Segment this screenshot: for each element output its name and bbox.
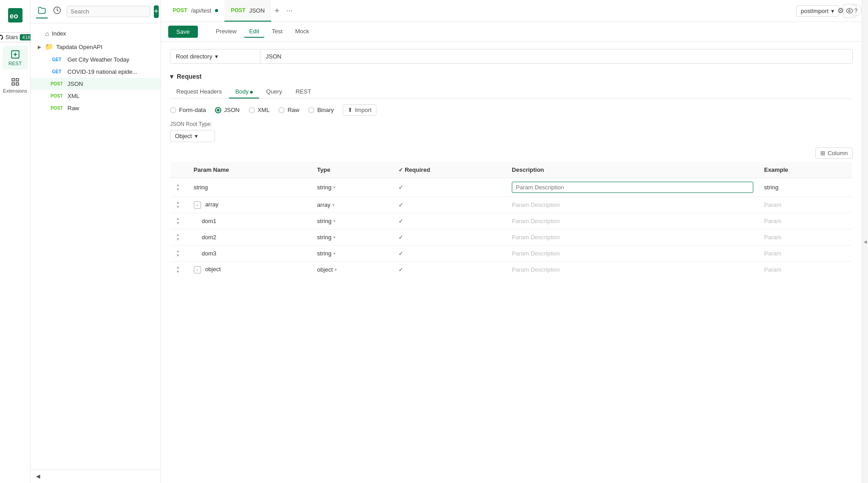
sort-arrows-3[interactable]: ▲ ▼ [176,217,183,225]
object-type-value: Object [175,133,192,139]
svg-text:eo: eo [9,12,18,20]
badge-xml: POST [49,93,65,99]
nav-item-extensions[interactable]: Extensions [3,73,28,97]
tree-item-covid[interactable]: GET COVID-19 national epide... [31,66,161,78]
radio-xml[interactable]: XML [249,107,270,113]
section-header-request[interactable]: ▾ Request [170,73,853,80]
collapse-sidebar-area: ◀ [31,469,161,483]
import-button[interactable]: ⬆ Import [343,104,376,116]
required-cell-4: ✓ [393,229,506,246]
tab-post-api-test[interactable]: POST /api/test [166,0,224,22]
save-button[interactable]: Save [168,26,198,38]
file-panel: + ⌂ Index ▶ 📁 Tapdata OpenAPI GET Get Ci… [31,0,161,483]
file-panel-toolbar: + [31,0,161,23]
sort-cell-2: ▲ ▼ [170,197,188,213]
expand-icon-2[interactable]: − [194,201,201,209]
subnav-test[interactable]: Test [266,26,288,38]
sort-arrows-2[interactable]: ▲ ▼ [176,201,183,209]
history-icon [53,6,61,14]
subnav-mock[interactable]: Mock [290,26,314,38]
tree-item-json[interactable]: POST JSON [31,78,161,90]
required-check-1: ✓ [398,184,403,191]
add-api-button[interactable]: + [154,5,159,18]
expand-icon-6[interactable]: − [194,266,201,273]
sort-down-2: ▼ [176,205,183,209]
type-chevron-6: ▾ [335,267,337,272]
sort-arrows-4[interactable]: ▲ ▼ [176,233,183,242]
tab-post-json[interactable]: POST JSON [224,0,271,22]
type-select-2[interactable]: array ▾ [317,201,388,208]
required-label: Required [405,166,430,173]
subnav-preview[interactable]: Preview [210,26,242,38]
collapse-sidebar-button[interactable]: ◀ [36,473,40,479]
files-tab-btn[interactable] [36,4,48,18]
name-cell-2: − array [188,197,312,213]
sort-arrows-1[interactable]: ▲ ▼ [176,183,183,192]
table-row: ▲ ▼ − object object ▾ [170,262,853,278]
subnav-edit[interactable]: Edit [244,26,264,38]
tree-item-tapdata[interactable]: ▶ 📁 Tapdata OpenAPI [31,40,161,54]
right-panel-toggle[interactable]: ◀ [862,0,868,483]
desc-cell-5[interactable]: Param Description [506,246,759,262]
tree-item-xml[interactable]: POST XML [31,90,161,102]
logo-icon: eo [8,8,22,22]
name-cell-3: dom1 [188,213,312,229]
tree-item-raw[interactable]: POST Raw [31,102,161,114]
sort-arrows-6[interactable]: ▲ ▼ [176,265,183,274]
column-button[interactable]: ⊞ Column [815,148,853,159]
desc-input-1[interactable] [512,182,753,193]
type-value-4: string [317,234,331,241]
radio-label-xml: XML [258,107,270,113]
api-name-input[interactable] [260,49,852,63]
tab2-name: JSON [249,7,265,14]
radio-raw[interactable]: Raw [278,107,299,113]
env-selector[interactable]: postImport ▾ [796,5,839,17]
type-cell-3: string ▾ [312,213,393,229]
tree-item-index[interactable]: ⌂ Index [31,27,161,40]
desc-cell-2[interactable]: Param Description [506,197,759,213]
body-tab-body[interactable]: Body [229,85,259,98]
body-tab-headers[interactable]: Request Headers [170,85,228,98]
sort-up-6: ▲ [176,265,183,269]
settings-button[interactable]: ⚙ [836,4,846,17]
desc-cell-6[interactable]: Param Description [506,262,759,278]
type-select-5[interactable]: string ▾ [317,250,388,257]
radio-form-data[interactable]: Form-data [170,107,206,113]
object-type-select[interactable]: Object ▾ [170,130,215,142]
help-button[interactable]: ? [850,4,862,16]
json-root-row: JSON Root Type: Object ▾ [170,121,853,142]
env-chevron-icon: ▾ [831,8,834,14]
sort-cell-4: ▲ ▼ [170,229,188,246]
nav-item-rest[interactable]: REST [3,46,28,70]
type-select-1[interactable]: string ▾ [317,184,388,191]
history-tab-btn[interactable] [51,4,63,18]
sort-arrows-5[interactable]: ▲ ▼ [176,249,183,258]
required-cell-3: ✓ [393,213,506,229]
search-input[interactable] [71,8,146,15]
body-tab-rest[interactable]: REST [289,85,318,98]
radio-binary[interactable]: Binary [308,107,334,113]
desc-cell-4[interactable]: Param Description [506,229,759,246]
sort-cell-1: ▲ ▼ [170,178,188,197]
tab-add-button[interactable]: + [271,0,283,22]
content-body: Root directory ▾ ▾ Request Request Heade… [161,42,862,483]
param-name-6: object [205,266,221,273]
sort-cell-3: ▲ ▼ [170,213,188,229]
th-type: Type [312,162,393,178]
tree-item-get-city[interactable]: GET Get City Weather Today [31,54,161,66]
type-select-6[interactable]: object ▾ [317,266,388,273]
tab-more-button[interactable]: ··· [283,7,296,15]
type-select-4[interactable]: string ▾ [317,234,388,241]
desc-cell-1[interactable] [506,178,759,197]
sort-up-3: ▲ [176,217,183,221]
tab1-path: /api/test [191,7,212,14]
radio-json[interactable]: JSON [215,107,240,113]
desc-cell-3[interactable]: Param Description [506,213,759,229]
env-label: postImport [801,8,828,14]
body-tab-query[interactable]: Query [260,85,288,98]
example-value-1: string [764,184,779,191]
radio-circle-xml [249,107,255,113]
type-select-3[interactable]: string ▾ [317,218,388,224]
required-cell-1: ✓ [393,178,506,197]
directory-selector[interactable]: Root directory ▾ [170,49,260,63]
